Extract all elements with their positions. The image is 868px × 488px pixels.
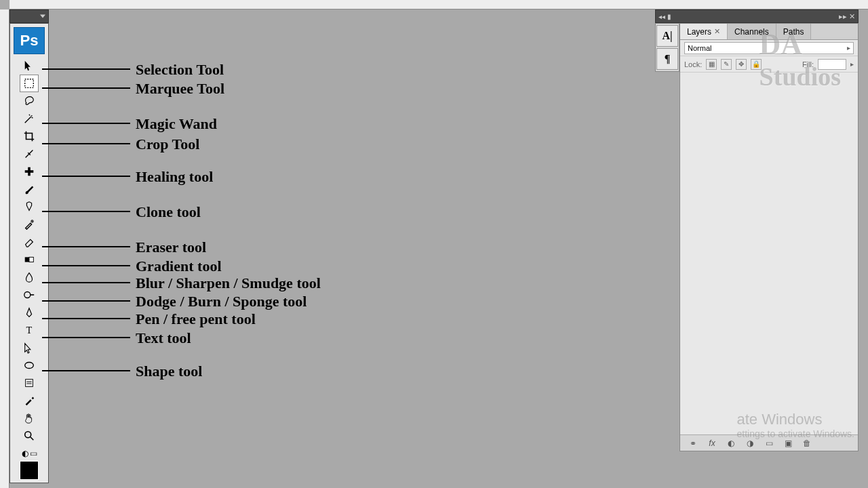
tool-label-text: Text tool: [136, 329, 191, 347]
connector-line: [42, 265, 130, 266]
connector-line: [42, 337, 130, 338]
healing-tool[interactable]: [20, 163, 39, 180]
lock-position-icon[interactable]: ✥: [736, 59, 747, 70]
tool-label-marquee: Marquee Tool: [136, 80, 224, 98]
layers-list[interactable]: [680, 73, 858, 436]
path-tool[interactable]: [20, 339, 39, 357]
link-icon[interactable]: ⚭: [686, 438, 701, 449]
svg-rect-0: [25, 79, 34, 88]
wand-tool[interactable]: [20, 110, 39, 127]
shape-tool[interactable]: [20, 357, 39, 374]
tab-channels[interactable]: Channels: [728, 24, 776, 39]
pen-tool[interactable]: [20, 304, 39, 321]
text-tool[interactable]: T: [20, 321, 39, 339]
connector-line: [42, 300, 130, 302]
tool-label-dodge: Dodge / Burn / Sponge tool: [136, 293, 307, 310]
fill-input[interactable]: [818, 59, 846, 70]
character-button[interactable]: A|: [656, 25, 678, 47]
blur-tool[interactable]: [20, 268, 39, 286]
tool-label-heal: Healing tool: [136, 168, 213, 186]
tools-panel: Ps T ◐ ▭: [9, 23, 49, 483]
activate-windows: ate Windows ettings to activate Windows.: [736, 411, 854, 439]
lock-label: Lock:: [684, 60, 702, 68]
history-brush-tool[interactable]: [20, 216, 39, 233]
marquee-tool[interactable]: [20, 75, 39, 92]
hand-tool[interactable]: [20, 409, 39, 427]
lock-pixels-icon[interactable]: ✎: [721, 59, 732, 70]
connector-line: [42, 87, 130, 89]
svg-point-10: [25, 432, 31, 438]
fill-label: Fill:: [802, 60, 814, 68]
lock-all-icon[interactable]: 🔒: [751, 59, 762, 70]
close-icon[interactable]: ✕: [714, 27, 720, 36]
connector-line: [42, 68, 130, 70]
svg-rect-9: [26, 380, 33, 387]
lock-transparency-icon[interactable]: ▦: [706, 59, 717, 70]
tool-label-crop: Crop Tool: [136, 136, 199, 153]
zoom-tool[interactable]: [20, 427, 39, 445]
tool-label-blur: Blur / Sharpen / Smudge tool: [136, 274, 321, 292]
tool-label-wand: Magic Wand: [136, 115, 217, 133]
svg-text:T: T: [26, 325, 33, 336]
tool-label-gradient: Gradient tool: [136, 258, 222, 275]
slice-tool[interactable]: [20, 145, 39, 163]
lasso-tool[interactable]: [20, 92, 39, 110]
collapse-arrows-icon: ◂◂ ▮: [658, 13, 671, 20]
connector-line: [42, 211, 130, 212]
tool-label-clone: Clone tool: [136, 203, 201, 221]
quickmask-icon[interactable]: ◐: [22, 449, 28, 458]
move-tool[interactable]: [20, 57, 39, 75]
connector-line: [42, 318, 130, 319]
character-panel-collapsed: A| ¶: [655, 23, 679, 72]
tab-layers[interactable]: Layers✕: [680, 24, 728, 39]
notes-tool[interactable]: [20, 374, 39, 392]
eraser-tool[interactable]: [20, 233, 39, 251]
svg-rect-2: [28, 167, 31, 176]
toolbar-collapse[interactable]: [9, 9, 49, 23]
connector-line: [42, 282, 130, 283]
svg-rect-5: [29, 257, 33, 262]
crop-tool[interactable]: [20, 127, 39, 145]
paragraph-button[interactable]: ¶: [656, 48, 678, 70]
connector-line: [42, 143, 130, 144]
connector-line: [42, 176, 130, 177]
clone-tool[interactable]: [20, 198, 39, 216]
tool-label-selection: Selection Tool: [136, 61, 224, 79]
eyedropper-tool[interactable]: [20, 392, 39, 409]
brush-tool[interactable]: [20, 180, 39, 198]
app-logo: Ps: [14, 27, 45, 54]
tool-label-pen: Pen / free pent tool: [136, 310, 256, 328]
ruler-vertical: [0, 9, 9, 488]
dodge-tool[interactable]: [20, 286, 39, 304]
tab-paths[interactable]: Paths: [776, 24, 812, 39]
connector-line: [42, 246, 130, 247]
layers-panel: Layers✕ Channels Paths Normal Lock: ▦ ✎ …: [679, 23, 859, 451]
tool-label-eraser: Eraser tool: [136, 239, 206, 256]
blend-mode-select[interactable]: Normal: [684, 42, 854, 54]
svg-point-6: [24, 292, 31, 298]
menu-icon[interactable]: ▸▸ ✕: [839, 12, 855, 21]
connector-line: [42, 123, 130, 124]
screenmode-icon[interactable]: ▭: [30, 449, 37, 458]
tool-label-shape: Shape tool: [136, 363, 202, 380]
right-panel-header[interactable]: ◂◂ ▮ ▸▸ ✕: [655, 9, 859, 23]
gradient-tool[interactable]: [20, 251, 39, 268]
svg-point-8: [25, 363, 34, 369]
ruler-horizontal: [9, 0, 868, 9]
fx-icon[interactable]: fx: [705, 438, 719, 449]
connector-line: [42, 370, 130, 371]
foreground-color[interactable]: [20, 461, 39, 480]
